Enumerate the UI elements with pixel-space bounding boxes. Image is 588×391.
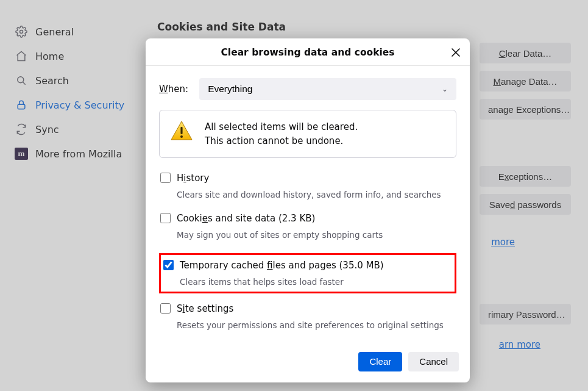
home-icon: [15, 49, 28, 63]
search-icon: [15, 74, 28, 87]
section-title-cookies: Cookies and Site Data: [157, 21, 571, 33]
dialog-title-text: Clear browsing data and cookies: [221, 47, 394, 58]
warning-icon: [169, 119, 194, 143]
dialog-title: Clear browsing data and cookies: [146, 38, 470, 66]
alert-line1: All selected items will be cleared.: [205, 120, 358, 134]
when-value: Everything: [208, 84, 252, 95]
chevron-down-icon: ⌄: [442, 85, 448, 93]
cache-option: Temporary cached files and pages (35.0 M…: [162, 260, 451, 287]
learn-more-link-2[interactable]: arn more: [499, 339, 540, 350]
clear-button[interactable]: Clear: [358, 352, 402, 371]
svg-rect-3: [180, 127, 182, 134]
sidebar-item-label: Privacy & Security: [35, 99, 124, 111]
sidebar-item-more-mozilla[interactable]: m More from Mozilla: [10, 142, 135, 166]
cache-desc: Clears items that helps sites load faste…: [180, 277, 451, 287]
svg-point-1: [18, 77, 24, 83]
gear-icon: [15, 25, 28, 38]
alert-line2: This action cannot be undone.: [205, 134, 358, 148]
sidebar-item-label: Home: [35, 51, 64, 62]
site-settings-desc: Resets your permissions and site prefere…: [177, 320, 456, 330]
sidebar-item-search[interactable]: Search: [10, 68, 135, 93]
cookies-desc: May sign you out of sites or empty shopp…: [177, 230, 456, 240]
sidebar-item-general[interactable]: General: [10, 20, 135, 44]
manage-exceptions-button[interactable]: anage Exceptions…: [480, 99, 571, 120]
when-label: When:: [159, 84, 188, 95]
svg-rect-2: [18, 104, 25, 109]
sync-icon: [15, 123, 28, 136]
saved-passwords-button[interactable]: Saved passwords: [480, 194, 571, 215]
clear-data-button[interactable]: CClear Data…lear Data…: [480, 43, 571, 63]
settings-sidebar: General Home Search Privacy & Security S…: [0, 0, 140, 391]
svg-point-4: [180, 135, 183, 138]
history-checkbox-row[interactable]: History: [160, 173, 456, 184]
sidebar-item-label: Search: [35, 75, 69, 87]
manage-data-button[interactable]: Manage Data…: [480, 71, 571, 91]
clear-browsing-data-dialog: Clear browsing data and cookies When: Ev…: [146, 38, 470, 382]
cookies-checkbox-row[interactable]: Cookies and site data (2.3 KB): [160, 213, 456, 224]
cache-checkbox[interactable]: [163, 260, 174, 270]
lock-icon: [15, 98, 28, 112]
mozilla-icon: m: [15, 148, 28, 160]
highlighted-option: Temporary cached files and pages (35.0 M…: [159, 253, 456, 293]
cancel-button[interactable]: Cancel: [408, 352, 459, 371]
sidebar-item-label: Sync: [35, 124, 59, 135]
history-checkbox[interactable]: [160, 173, 171, 183]
sidebar-item-privacy-security[interactable]: Privacy & Security: [10, 93, 135, 117]
warning-alert: All selected items will be cleared. This…: [159, 110, 456, 158]
sidebar-item-label: General: [35, 26, 74, 38]
cache-checkbox-row[interactable]: Temporary cached files and pages (35.0 M…: [163, 260, 451, 271]
exceptions-button[interactable]: Exceptions…: [480, 166, 571, 187]
learn-more-link-1[interactable]: more: [491, 237, 515, 248]
site-settings-checkbox[interactable]: [160, 303, 171, 314]
site-settings-checkbox-row[interactable]: Site settings: [160, 303, 456, 314]
svg-point-0: [20, 30, 23, 34]
sidebar-item-label: More from Mozilla: [35, 148, 122, 160]
sidebar-item-sync[interactable]: Sync: [10, 117, 135, 142]
close-icon[interactable]: [448, 45, 464, 60]
cookies-option: Cookies and site data (2.3 KB) May sign …: [159, 213, 456, 240]
site-settings-option: Site settings Resets your permissions an…: [159, 303, 456, 330]
sidebar-item-home[interactable]: Home: [10, 44, 135, 68]
history-option: History Clears site and download history…: [159, 173, 456, 199]
primary-password-button[interactable]: rimary Password…: [480, 304, 571, 325]
history-desc: Clears site and download history, saved …: [177, 190, 456, 199]
cookies-checkbox[interactable]: [160, 213, 171, 223]
when-select[interactable]: Everything ⌄: [199, 78, 456, 100]
